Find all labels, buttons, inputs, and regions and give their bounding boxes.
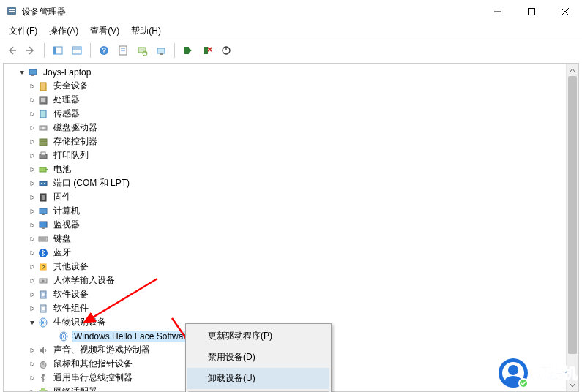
ctx-disable-device[interactable]: 禁用设备(D) — [187, 347, 329, 368]
svg-rect-46 — [42, 227, 45, 229]
window-title: 设备管理器 — [22, 6, 66, 18]
port-icon — [37, 178, 49, 189]
expand-icon[interactable] — [27, 359, 37, 369]
tree-category[interactable]: 键盘 — [4, 232, 578, 246]
expand-icon[interactable] — [27, 151, 37, 161]
toolbar-scan[interactable] — [133, 42, 151, 59]
expand-icon[interactable] — [27, 109, 37, 119]
expand-icon[interactable] — [27, 345, 37, 355]
title-bar: 设备管理器 — [0, 0, 582, 23]
toolbar-uninstall[interactable] — [198, 42, 216, 59]
software2-icon — [37, 303, 49, 314]
expand-icon[interactable] — [27, 178, 37, 189]
svg-rect-44 — [42, 214, 45, 215]
tree-category[interactable]: 蓝牙 — [4, 246, 578, 260]
expand-icon[interactable] — [27, 165, 37, 175]
expand-icon[interactable] — [27, 220, 37, 230]
tree-category[interactable]: 计算机 — [4, 204, 578, 218]
tree-category-label: 计算机 — [52, 204, 81, 218]
expand-icon[interactable] — [27, 373, 37, 383]
tree-category[interactable]: 端口 (COM 和 LPT) — [4, 176, 578, 190]
tree-category-label: 其他设备 — [52, 260, 90, 274]
tree-category[interactable]: 磁盘驱动器 — [4, 121, 578, 135]
svg-rect-37 — [46, 169, 48, 170]
tree-category[interactable]: 打印队列 — [4, 148, 578, 162]
svg-rect-47 — [39, 237, 48, 241]
svg-rect-29 — [40, 110, 46, 118]
tree-category[interactable]: 安全设备 — [4, 79, 578, 93]
tree-category[interactable]: 存储控制器 — [4, 135, 578, 148]
tree-category-label: 通用串行总线控制器 — [52, 371, 134, 385]
tree-category[interactable]: 电池 — [4, 162, 578, 176]
svg-point-40 — [44, 183, 45, 184]
toolbar-show-hide[interactable] — [49, 42, 67, 59]
expand-icon[interactable] — [17, 67, 27, 78]
tree-category-label: 传感器 — [52, 107, 81, 121]
biometric-icon — [37, 317, 49, 328]
expand-icon[interactable] — [27, 81, 37, 91]
menu-view[interactable]: 查看(V) — [84, 23, 125, 39]
ctx-uninstall-device[interactable]: 卸载设备(U) — [187, 368, 329, 389]
computer-icon — [27, 67, 39, 78]
toolbar-back[interactable] — [3, 42, 20, 59]
close-button[interactable] — [548, 0, 582, 23]
tree-category[interactable]: 处理器 — [4, 93, 578, 107]
expand-icon[interactable] — [27, 304, 37, 314]
minimize-button[interactable] — [481, 0, 515, 23]
tree-root[interactable]: Joys-Laptop — [4, 65, 578, 79]
scroll-up-button[interactable] — [567, 64, 578, 76]
expand-icon[interactable] — [27, 317, 37, 328]
expand-icon[interactable] — [27, 192, 37, 203]
expand-icon[interactable] — [27, 95, 37, 105]
menu-action[interactable]: 操作(A) — [43, 23, 84, 39]
tree-category[interactable]: 固件 — [4, 190, 578, 204]
tree-category-label: 处理器 — [52, 93, 81, 107]
toolbar-power[interactable] — [217, 42, 235, 59]
expand-icon[interactable] — [27, 234, 37, 244]
toolbar-forward[interactable] — [22, 42, 40, 59]
tree-category-label: 鼠标和其他指针设备 — [52, 357, 134, 371]
expand-icon[interactable] — [27, 206, 37, 216]
expand-icon[interactable] — [27, 137, 37, 147]
maximize-button[interactable] — [515, 0, 548, 23]
keyboard-icon — [37, 233, 49, 245]
toolbar-view[interactable] — [68, 42, 86, 59]
toolbar-update[interactable] — [152, 42, 170, 59]
expand-icon[interactable] — [27, 276, 37, 286]
toolbar-enable[interactable] — [179, 42, 197, 59]
tree-category-label: 存储控制器 — [52, 135, 99, 148]
mouse-icon — [37, 358, 49, 370]
svg-rect-72 — [41, 388, 45, 391]
menu-bar: 文件(F) 操作(A) 查看(V) 帮助(H) — [0, 23, 582, 39]
tree-category-label: 固件 — [52, 190, 72, 204]
firmware-icon — [37, 192, 49, 203]
svg-rect-36 — [40, 167, 46, 172]
tree-category-label: 软件组件 — [52, 301, 90, 315]
ctx-update-driver[interactable]: 更新驱动程序(P) — [187, 325, 329, 347]
toolbar-properties[interactable] — [114, 42, 132, 59]
menu-file[interactable]: 文件(F) — [3, 23, 43, 39]
tree-category[interactable]: 人体学输入设备 — [4, 274, 578, 287]
expand-icon[interactable] — [27, 248, 37, 258]
biometric-icon — [58, 331, 70, 342]
tree-category[interactable]: 传感器 — [4, 107, 578, 121]
sensor-icon — [37, 108, 49, 120]
expand-icon[interactable] — [27, 123, 37, 133]
tree-category-label: 键盘 — [52, 232, 72, 246]
svg-rect-21 — [204, 47, 208, 54]
usb-icon — [37, 372, 49, 384]
tree-category[interactable]: 监视器 — [4, 218, 578, 232]
tree-category[interactable]: ?其他设备 — [4, 260, 578, 274]
svg-rect-1 — [9, 9, 15, 10]
expand-icon[interactable] — [27, 262, 37, 272]
toolbar-help[interactable]: ? — [95, 42, 113, 59]
tree-category[interactable]: 软件组件 — [4, 301, 578, 315]
menu-help[interactable]: 帮助(H) — [125, 23, 167, 39]
expand-icon[interactable] — [27, 290, 37, 300]
vertical-scrollbar[interactable] — [566, 64, 578, 391]
expand-icon[interactable] — [27, 387, 37, 393]
tree-category[interactable]: 软件设备 — [4, 287, 578, 301]
watermark: 好装机 — [497, 357, 578, 389]
app-icon — [6, 6, 18, 18]
scroll-thumb[interactable] — [568, 76, 577, 354]
